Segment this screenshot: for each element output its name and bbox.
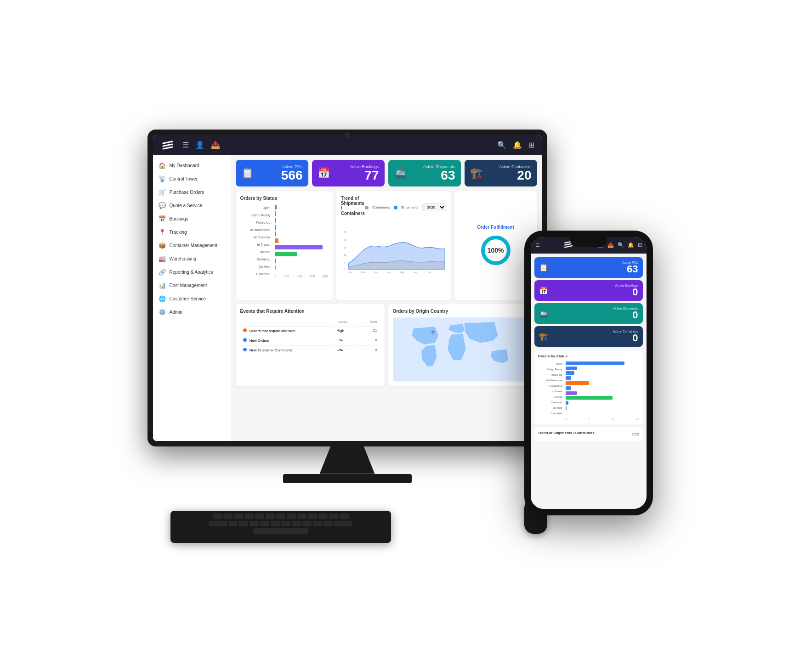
bar-arrived bbox=[275, 244, 328, 250]
bell-icon[interactable]: 🔔 bbox=[513, 141, 522, 149]
key bbox=[266, 514, 275, 519]
bar-delivered bbox=[275, 251, 328, 257]
sidebar-label-container-mgmt: Container Management bbox=[170, 243, 218, 248]
sidebar: 🏠 My Dashboard 📡 Control Tower 🛒 Purchas… bbox=[153, 155, 231, 441]
containers-info: Active Containers 20 bbox=[487, 164, 532, 182]
sidebar-item-bookings[interactable]: 📅 Bookings bbox=[153, 212, 231, 226]
monitor-base bbox=[283, 474, 412, 483]
shipments-label: Active Shipments bbox=[411, 164, 455, 169]
phone-bookings-icon: 📅 bbox=[539, 286, 548, 295]
sidebar-label-tracking: Tracking bbox=[170, 230, 187, 235]
label-on-hold: On Hold bbox=[240, 265, 272, 268]
keyboard-row-2 bbox=[175, 521, 386, 526]
sidebar-item-tracking[interactable]: 📍 Tracking bbox=[153, 226, 231, 239]
phone-stat-pos: 📋 Active POs 63 bbox=[534, 257, 643, 278]
menu-icon[interactable]: ☰ bbox=[182, 141, 189, 149]
phone-label-cancelled: Cancelled bbox=[538, 412, 564, 415]
key bbox=[318, 514, 328, 519]
control-tower-icon: 📡 bbox=[159, 175, 166, 182]
search-icon[interactable]: 🔍 bbox=[497, 141, 506, 149]
svg-text:Mar: Mar bbox=[374, 271, 378, 274]
event-dot-3 bbox=[243, 348, 247, 351]
scene: ☰ 👤 📤 🔍 🔔 ⊞ bbox=[148, 130, 653, 543]
containers-legend-label: Containers bbox=[372, 205, 390, 209]
phone-pos-label: Active POs bbox=[552, 261, 638, 264]
sidebar-item-reporting[interactable]: 🔗 Reporting & Analytics bbox=[153, 265, 231, 279]
trend-title: Trend of Shipments / Containers bbox=[341, 196, 365, 216]
bar-at-warehouse bbox=[275, 225, 328, 230]
svg-line-1 bbox=[163, 144, 172, 146]
key bbox=[271, 521, 280, 526]
reporting-icon: 🔗 bbox=[159, 269, 166, 276]
sidebar-item-my-dashboard[interactable]: 🏠 My Dashboard bbox=[153, 159, 231, 172]
phone-bell-icon[interactable]: 🔔 bbox=[628, 242, 634, 248]
bar-in-transit bbox=[275, 238, 328, 243]
phone-screen: ☰ 👤 📤 🔍 🔔 ⊞ bbox=[531, 237, 647, 509]
stat-card-active-shipments: 🚢 Active Shipments 63 bbox=[388, 160, 461, 186]
monitor: ☰ 👤 📤 🔍 🔔 ⊞ bbox=[148, 130, 547, 497]
logout-icon[interactable]: 📤 bbox=[211, 141, 220, 149]
sidebar-label-warehousing: Warehousing bbox=[170, 256, 197, 261]
phone-label-open: Open bbox=[538, 362, 564, 365]
sidebar-label-customer-service: Customer Service bbox=[170, 296, 206, 301]
events-col-total: Total bbox=[360, 318, 379, 325]
main-content: 📋 Active POs 566 📅 Active Bookings bbox=[231, 155, 542, 441]
phone-pos-info: Active POs 63 bbox=[552, 261, 638, 274]
label-picked-up: Picked Up bbox=[240, 221, 272, 224]
phone-containers-label: Active Containers bbox=[552, 330, 638, 333]
label-at-customs: At Customs bbox=[240, 236, 272, 239]
key bbox=[287, 514, 296, 519]
label-arrived: Arrived bbox=[240, 250, 272, 254]
sidebar-item-container-mgmt[interactable]: 📦 Container Management bbox=[153, 239, 231, 252]
sidebar-item-quote-service[interactable]: 💬 Quote a Service bbox=[153, 199, 231, 212]
svg-text:10: 10 bbox=[344, 254, 346, 256]
phone-pos-icon: 📋 bbox=[539, 263, 548, 272]
label-in-transit: In Transit bbox=[240, 243, 272, 246]
key bbox=[308, 514, 317, 519]
phone-containers-info: Active Containers 0 bbox=[552, 330, 638, 343]
sidebar-item-control-tower[interactable]: 📡 Control Tower bbox=[153, 172, 231, 186]
phone-stat-bookings: 📅 Active Bookings 0 bbox=[534, 280, 643, 301]
phone-logout-icon[interactable]: 📤 bbox=[607, 242, 614, 248]
orders-country-title: Orders by Origin Country bbox=[393, 309, 533, 314]
phone-bar-labels: Open Cargo Ready Picked Up At Warehouse … bbox=[538, 361, 564, 416]
phone-expand-icon[interactable]: ⊞ bbox=[638, 242, 642, 248]
key bbox=[323, 521, 333, 526]
sidebar-item-warehousing[interactable]: 🏭 Warehousing bbox=[153, 252, 231, 265]
line-chart: 25 20 15 10 5 0 bbox=[341, 222, 446, 296]
monitor-stand bbox=[320, 446, 375, 474]
trend-controls: Containers Shipments 2020 bbox=[365, 203, 446, 211]
svg-text:Jan: Jan bbox=[349, 271, 353, 274]
donut-chart: 100% bbox=[480, 234, 512, 266]
bookings-icon: 📅 bbox=[159, 215, 166, 222]
phone-trend-year: 2023 bbox=[632, 433, 639, 436]
user-icon[interactable]: 👤 bbox=[195, 141, 204, 149]
svg-text:May: May bbox=[400, 271, 404, 274]
sidebar-item-customer-service[interactable]: 🌐 Customer Service bbox=[153, 292, 231, 305]
phone-search-icon[interactable]: 🔍 bbox=[618, 242, 624, 248]
orders-country-panel: Orders by Origin Country bbox=[388, 304, 537, 386]
sidebar-item-admin[interactable]: ⚙️ Admin bbox=[153, 305, 231, 319]
year-select[interactable]: 2020 bbox=[422, 203, 446, 211]
keyboard bbox=[170, 511, 391, 543]
pos-icon: 📋 bbox=[241, 167, 254, 179]
key bbox=[281, 521, 290, 526]
sidebar-item-cost-mgmt[interactable]: 📊 Cost Management bbox=[153, 279, 231, 292]
key-backspace bbox=[334, 521, 352, 526]
orders-status-chart: Open Cargo Ready Picked Up At Warehouse … bbox=[240, 204, 328, 278]
quote-icon: 💬 bbox=[159, 202, 166, 209]
label-cargo-ready: Cargo Ready bbox=[240, 214, 272, 217]
bookings-stat-icon: 📅 bbox=[318, 167, 330, 179]
svg-text:25: 25 bbox=[344, 231, 346, 233]
expand-icon[interactable]: ⊞ bbox=[528, 141, 534, 149]
shipments-stat-icon: 🚢 bbox=[394, 167, 406, 179]
dashboard-row-1: Orders by Status Open Cargo Ready Picked… bbox=[236, 191, 537, 300]
events-panel: Events that Require Attention Impact Tot… bbox=[236, 304, 385, 386]
phone-containers-value: 0 bbox=[552, 333, 638, 343]
admin-icon: ⚙️ bbox=[159, 309, 166, 316]
shipments-legend-dot bbox=[394, 206, 397, 209]
sidebar-label-quote-service: Quote a Service bbox=[170, 203, 203, 208]
sidebar-item-purchase-orders[interactable]: 🛒 Purchase Orders bbox=[153, 186, 231, 199]
stat-card-active-pos: 📋 Active POs 566 bbox=[236, 160, 308, 186]
phone-shipments-label: Active Shipments bbox=[552, 307, 638, 310]
